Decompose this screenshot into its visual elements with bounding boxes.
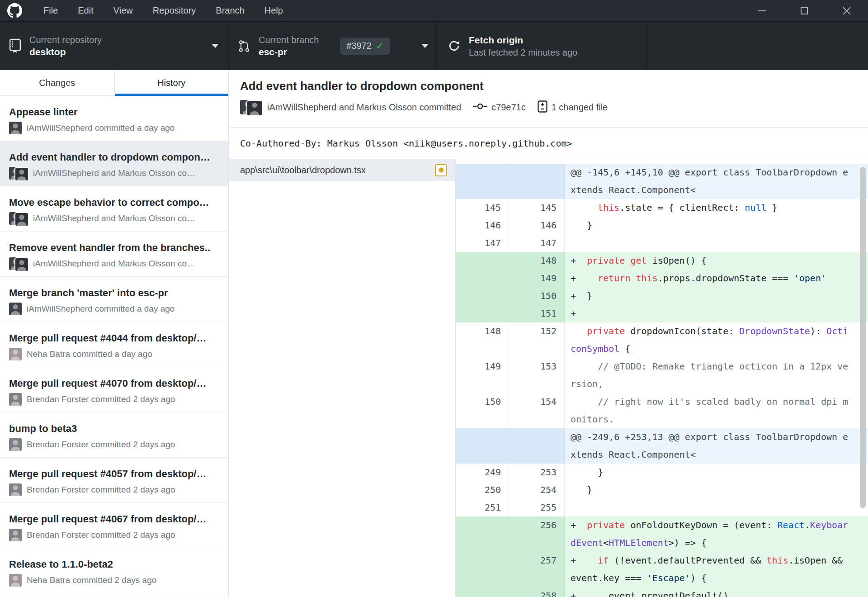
commit-list-item[interactable]: Appease linteriAmWillShepherd committed … (0, 96, 228, 141)
code-token: .props.dropdownState === (658, 273, 794, 284)
commit-list-item[interactable]: Move escape behavior to correct compo…iA… (0, 186, 228, 232)
sync-icon (448, 39, 461, 52)
commit-list-item[interactable]: Merge pull request #4070 from desktop/…B… (0, 367, 228, 412)
current-branch-value: esc-pr (259, 46, 319, 58)
commit-list-item[interactable]: Remove event handler from the branches..… (0, 232, 228, 277)
diff-added-line: 256+ private onFoldoutKeyDown = (event: … (456, 516, 868, 552)
old-line-number (456, 516, 509, 552)
commit-title: Add event handler to dropdown component (240, 79, 857, 93)
commit-history-list: Appease linteriAmWillShepherd committed … (0, 96, 228, 593)
commit-list-item[interactable]: Merge pull request #4067 from desktop/…B… (0, 503, 228, 548)
old-line-number: 149 (456, 358, 509, 393)
code-token (630, 273, 636, 284)
menu-branch[interactable]: Branch (206, 0, 254, 22)
repo-icon (9, 38, 21, 53)
code-token (571, 361, 598, 372)
commit-list-item[interactable]: Add event handler to dropdown compon…iAm… (0, 141, 228, 186)
diff-added-line: 257+ if (!event.defaultPrevented && this… (456, 552, 868, 587)
code-token: } (767, 202, 778, 213)
code-token (625, 255, 630, 266)
code-token: + (571, 308, 576, 319)
commit-item-title: Release to 1.1.0-beta2 (9, 558, 219, 571)
window-controls (741, 0, 868, 22)
new-line-number: 149 (509, 270, 565, 287)
tab-changes[interactable]: Changes (0, 70, 114, 95)
commit-list-item[interactable]: Merge branch 'master' into esc-priAmWill… (0, 277, 228, 322)
new-line-number: 153 (509, 358, 565, 393)
menu-bar: FileEditViewRepositoryBranchHelp (0, 0, 868, 22)
commit-list-item[interactable]: bump to beta3Brendan Forster committed 2… (0, 412, 228, 458)
menu-edit[interactable]: Edit (68, 0, 103, 22)
commit-sha[interactable]: c79e71c (491, 102, 526, 113)
commit-list-item[interactable]: Release to 1.1.0-beta2Neha Batra committ… (0, 548, 228, 593)
diff-code-text: + private get isOpen() { (565, 252, 849, 270)
avatar-markus (247, 101, 262, 115)
commit-item-meta-row: Brendan Forster committed 2 days ago (9, 483, 219, 496)
sidebar: Changes History Appease linteriAmWillShe… (0, 70, 229, 597)
diff-code-cell: + event.preventDefault() (565, 587, 868, 597)
diff-code-text: @@ -249,6 +253,13 @@ export class Toolba… (565, 428, 849, 464)
diff-scrollbar[interactable] (860, 167, 866, 508)
hunk-header-text: @@ -249,6 +253,13 @@ export class Toolba… (571, 431, 848, 460)
new-line-number: 258 (509, 587, 565, 597)
code-token: this (767, 555, 788, 566)
new-line-number: 150 (509, 287, 565, 305)
commit-item-title: Move escape behavior to correct compo… (9, 196, 219, 209)
maximize-icon[interactable] (783, 0, 826, 22)
diff-code-cell: + private get isOpen() { (565, 252, 868, 270)
tab-history[interactable]: History (114, 70, 229, 95)
committer-names: iAmWillShepherd and Markus Olsson commit… (267, 102, 461, 113)
git-commit-icon (473, 102, 487, 112)
menu-help[interactable]: Help (255, 0, 293, 22)
commit-item-meta-row: Brendan Forster committed 2 days ago (9, 529, 219, 541)
minimize-icon[interactable] (741, 0, 783, 22)
diff-code-cell: + (565, 305, 868, 322)
code-token: . (805, 520, 810, 531)
old-line-number: 146 (456, 217, 509, 234)
commit-list-item[interactable]: Merge pull request #4044 from desktop/…N… (0, 322, 228, 367)
commit-item-meta-row: iAmWillShepherd and Markus Olsson co… (9, 167, 219, 180)
code-token: return (598, 273, 630, 284)
file-path: app\src\ui\toolbar\dropdown.tsx (240, 165, 366, 175)
code-token: this (636, 273, 658, 284)
commit-item-title: Merge pull request #4070 from desktop/… (9, 377, 219, 390)
diff-code-text: + if (!event.defaultPrevented && this.is… (565, 552, 849, 587)
fetch-origin-button[interactable]: Fetch origin Last fetched 2 minutes ago (437, 22, 646, 70)
code-token: if (598, 555, 609, 566)
chevron-down-icon (421, 44, 429, 48)
menu-view[interactable]: View (104, 0, 143, 22)
code-token: get (630, 255, 646, 266)
commit-item-meta: iAmWillShepherd and Markus Olsson co… (33, 259, 195, 269)
current-branch-button[interactable]: Current branch esc-pr #3972 ✓ (229, 22, 436, 70)
commit-item-meta-row: iAmWillShepherd committed a day ago (9, 122, 219, 134)
avatar-brendan (9, 529, 22, 541)
commit-avatars (9, 574, 22, 587)
old-line-number (456, 587, 509, 597)
diff-code-text: // right now it's scaled badly on normal… (565, 393, 849, 428)
code-token: 'Escape' (647, 573, 690, 583)
menu-repository[interactable]: Repository (143, 0, 206, 22)
current-repository-button[interactable]: Current repository desktop (0, 22, 228, 70)
commit-item-meta: iAmWillShepherd and Markus Olsson co… (33, 213, 195, 223)
diff-view: @@ -145,6 +145,10 @@ export class Toolba… (456, 159, 868, 597)
new-line-number: 257 (509, 552, 565, 587)
code-token: >) => { (669, 537, 707, 548)
diff-context-line: 249253 } (456, 464, 868, 481)
menu-file[interactable]: File (33, 0, 68, 22)
new-line-number: 148 (509, 252, 565, 270)
pr-number: #3972 (346, 41, 372, 51)
diff-added-line: 148+ private get isOpen() { (456, 252, 868, 270)
close-icon[interactable] (826, 0, 868, 22)
old-line-number: 249 (456, 464, 509, 481)
diff-code-text: + return this.props.dropdownState === 'o… (565, 270, 849, 287)
file-list-item[interactable]: app\src\ui\toolbar\dropdown.tsx (229, 159, 455, 181)
commit-item-meta-row: Brendan Forster committed 2 days ago (9, 438, 219, 451)
commit-item-meta: Brendan Forster committed 2 days ago (27, 394, 175, 404)
commit-item-meta-row: iAmWillShepherd and Markus Olsson co… (9, 212, 219, 225)
commit-item-title: Merge pull request #4044 from desktop/… (9, 332, 219, 345)
commit-avatars (9, 212, 28, 225)
diff-code-cell: + return this.props.dropdownState === 'o… (565, 270, 868, 287)
old-line-number: 148 (456, 322, 509, 358)
avatar-brendan (9, 393, 22, 406)
commit-list-item[interactable]: Merge pull request #4057 from desktop/…B… (0, 458, 228, 503)
